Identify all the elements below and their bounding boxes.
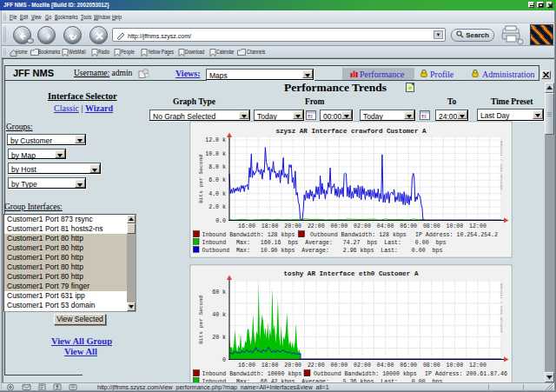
svg-text:18:00: 18:00 [261, 362, 279, 369]
svg-text:08:00: 08:00 [423, 362, 440, 369]
svg-text:04:00: 04:00 [377, 362, 394, 369]
svg-text:Bits per Second: Bits per Second [198, 296, 204, 344]
svg-text:2.0 k: 2.0 k [208, 204, 226, 210]
svg-text:22:00: 22:00 [308, 223, 325, 229]
svg-text:0: 0 [222, 357, 226, 363]
svg-text:Outbound Bandwidth: 128 kbps: Outbound Bandwidth: 128 kbps [310, 232, 407, 238]
svg-text:toshy AR Interface eth0 Custom: toshy AR Interface eth0 Customer A [284, 270, 419, 277]
svg-text:20 k: 20 k [212, 335, 226, 341]
svg-text:Inbound Bandwidth: 128 kbps: Inbound Bandwidth: 128 kbps [202, 232, 295, 238]
svg-text:18:00: 18:00 [261, 223, 279, 229]
svg-text:40 k: 40 k [212, 312, 226, 318]
svg-text:4.0 k: 4.0 k [208, 191, 226, 197]
svg-text:IP Address: 200.61.87.46: IP Address: 200.61.87.46 [425, 371, 507, 377]
svg-text:02:00: 02:00 [354, 223, 371, 229]
svg-text:10.0 k: 10.0 k [205, 151, 226, 157]
svg-text:22:00: 22:00 [308, 362, 325, 369]
svg-text:06:00: 06:00 [400, 223, 417, 229]
svg-text:16:00: 16:00 [238, 223, 255, 229]
svg-text:08:00: 08:00 [423, 223, 440, 229]
svg-text:10:00: 10:00 [447, 223, 464, 229]
svg-text:00:00: 00:00 [331, 223, 348, 229]
svg-text:8.0 k: 8.0 k [208, 164, 226, 170]
svg-text:00:00: 00:00 [331, 362, 348, 369]
svg-text:16:00: 16:00 [238, 362, 255, 369]
svg-text:06:00: 06:00 [400, 362, 417, 369]
svg-text:12.0 k: 12.0 k [205, 137, 226, 143]
svg-text:20:00: 20:00 [284, 362, 301, 369]
svg-text:04:00: 04:00 [377, 223, 394, 229]
svg-text:Inbound Max: 160.16 bps: Inbound Max: 160.16 bps Average: 74.27 b… [202, 240, 447, 246]
svg-text:Inbound Bandwidth: 10000 kbps: Inbound Bandwidth: 10000 kbps [202, 371, 302, 377]
svg-text:szysz AR Interface crawford Cu: szysz AR Interface crawford Customer A [275, 128, 427, 135]
svg-text:02:00: 02:00 [354, 362, 371, 369]
svg-text:IP Address: 10.254.254.2: IP Address: 10.254.254.2 [415, 232, 498, 238]
svg-text:0.0: 0.0 [215, 218, 226, 224]
svg-text:Outbound Bandwidth: 10000 kbps: Outbound Bandwidth: 10000 kbps [314, 371, 417, 377]
svg-text:20:00: 20:00 [284, 223, 301, 229]
svg-text:10:00: 10:00 [447, 362, 464, 369]
svg-text:RRDTOOL / TOBI OETIKER: RRDTOOL / TOBI OETIKER [500, 283, 504, 333]
svg-text:12:00: 12:00 [469, 362, 486, 369]
svg-text:12:00: 12:00 [469, 223, 486, 229]
svg-text:Outbound Max: 10.90 kbps A: Outbound Max: 10.90 kbps Average: 2.96 k… [202, 248, 443, 254]
svg-text:6.0 k: 6.0 k [208, 177, 226, 183]
svg-text:RRDTOOL / TOBI OETIKER: RRDTOOL / TOBI OETIKER [500, 141, 504, 190]
svg-text:60 k: 60 k [212, 289, 226, 296]
svg-text:Bits per Second: Bits per Second [198, 155, 204, 203]
